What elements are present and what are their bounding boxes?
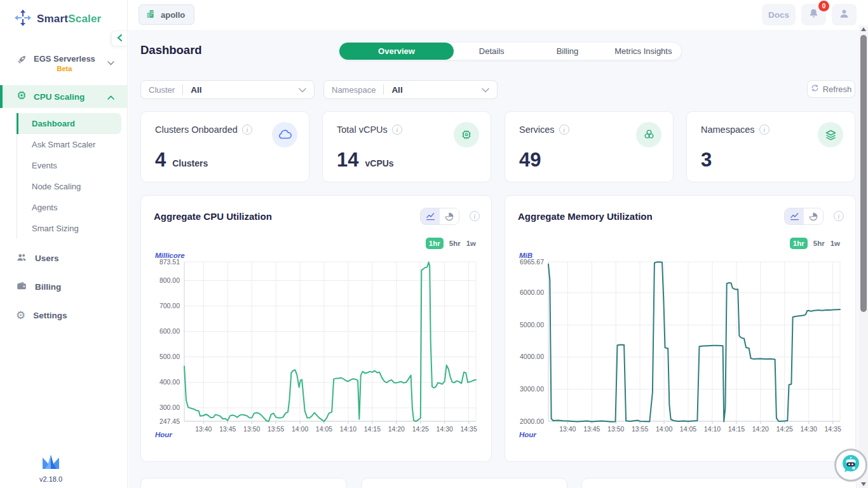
tab-overview[interactable]: Overview bbox=[339, 43, 454, 60]
svg-text:500.00: 500.00 bbox=[159, 353, 180, 360]
scroll-down-arrow[interactable] bbox=[861, 482, 866, 486]
svg-text:13:40: 13:40 bbox=[559, 425, 576, 433]
svg-text:13:40: 13:40 bbox=[195, 425, 212, 433]
svg-text:14:00: 14:00 bbox=[656, 425, 672, 433]
svg-text:14:30: 14:30 bbox=[801, 425, 817, 433]
vertical-scrollbar[interactable] bbox=[859, 25, 868, 488]
stat-value: 14 bbox=[337, 149, 358, 172]
refresh-button[interactable]: Refresh bbox=[807, 80, 855, 98]
chip-icon bbox=[16, 90, 27, 104]
svg-text:4000.00: 4000.00 bbox=[520, 353, 544, 360]
profile-button[interactable] bbox=[832, 4, 857, 25]
namespace-filter-value: All bbox=[391, 85, 402, 95]
sidebar-item-dashboard[interactable]: Dashboard bbox=[17, 113, 121, 134]
stat-title: Services bbox=[519, 125, 555, 135]
bottom-card bbox=[140, 478, 347, 488]
svg-text:13:55: 13:55 bbox=[632, 425, 648, 433]
scroll-up-arrow[interactable] bbox=[861, 27, 866, 31]
info-icon[interactable]: i bbox=[242, 125, 252, 135]
tab-details[interactable]: Details bbox=[454, 43, 529, 60]
chatbot-button[interactable] bbox=[834, 449, 867, 482]
app-window: SmartScaler EGS Serverless Beta bbox=[0, 0, 868, 488]
cloud-icon bbox=[272, 122, 297, 147]
svg-text:14:15: 14:15 bbox=[728, 425, 745, 433]
svg-text:Millicore: Millicore bbox=[155, 252, 185, 259]
cluster-filter-value: All bbox=[191, 85, 201, 95]
pie-chart-toggle-button[interactable] bbox=[440, 208, 459, 224]
info-icon[interactable]: i bbox=[470, 211, 480, 221]
sidebar-item-label: Billing bbox=[35, 282, 61, 292]
info-icon[interactable]: i bbox=[559, 125, 569, 135]
bottom-card bbox=[581, 478, 857, 488]
info-icon[interactable]: i bbox=[759, 125, 770, 135]
range-1hr[interactable]: 1hr bbox=[426, 238, 444, 249]
sidebar-item-agents[interactable]: Agents bbox=[17, 197, 127, 218]
sidebar-item-events[interactable]: Events bbox=[17, 155, 127, 176]
svg-text:14:05: 14:05 bbox=[680, 425, 696, 433]
range-1w[interactable]: 1w bbox=[466, 240, 476, 247]
stat-value: 49 bbox=[519, 149, 541, 172]
info-icon[interactable]: i bbox=[834, 211, 844, 221]
svg-text:13:55: 13:55 bbox=[268, 425, 284, 433]
chevron-down-icon bbox=[299, 84, 306, 95]
line-chart-toggle-button[interactable] bbox=[421, 208, 440, 224]
services-icon bbox=[636, 122, 661, 147]
namespace-filter-dropdown[interactable]: Namespace All bbox=[323, 80, 498, 99]
range-1hr[interactable]: 1hr bbox=[790, 238, 808, 249]
sidebar-item-users[interactable]: Users bbox=[0, 248, 127, 268]
svg-text:14:25: 14:25 bbox=[776, 425, 793, 433]
tab-metrics-insights[interactable]: Metrics Insights bbox=[606, 43, 681, 60]
sidebar-item-cpu-scaling[interactable]: CPU Scaling bbox=[0, 85, 127, 108]
stat-title: Clusters Onboarded bbox=[155, 125, 238, 135]
users-icon bbox=[16, 252, 27, 265]
svg-text:14:35: 14:35 bbox=[460, 425, 477, 433]
sidebar-item-node-scaling[interactable]: Node Scaling bbox=[17, 176, 127, 197]
refresh-icon bbox=[811, 84, 819, 94]
svg-text:14:20: 14:20 bbox=[388, 425, 405, 433]
dashboard-tabs: Overview Details Billing Metrics Insight… bbox=[339, 42, 682, 60]
svg-text:400.00: 400.00 bbox=[159, 378, 180, 386]
notification-badge: 0 bbox=[818, 1, 829, 11]
pie-chart-toggle-button[interactable] bbox=[804, 208, 823, 224]
scrollbar-thumb[interactable] bbox=[860, 35, 867, 312]
svg-text:14:00: 14:00 bbox=[292, 425, 308, 433]
org-selector-button[interactable]: apollo bbox=[139, 4, 194, 25]
svg-text:13:45: 13:45 bbox=[219, 425, 236, 433]
main-content: Dashboard Overview Details Billing Metri… bbox=[128, 30, 859, 488]
project-name: EGS Serverless bbox=[34, 54, 95, 64]
line-chart-toggle-button[interactable] bbox=[785, 208, 804, 224]
divider bbox=[383, 85, 384, 95]
brand-name: SmartScaler bbox=[37, 13, 101, 25]
range-5hr[interactable]: 5hr bbox=[449, 240, 461, 247]
range-5hr[interactable]: 5hr bbox=[813, 240, 825, 247]
divider bbox=[182, 85, 183, 95]
svg-text:600.00: 600.00 bbox=[159, 327, 180, 335]
svg-text:5000.00: 5000.00 bbox=[520, 321, 544, 329]
sidebar-item-settings[interactable]: ⚙ Settings bbox=[0, 306, 127, 325]
docs-button[interactable]: Docs bbox=[762, 4, 796, 25]
services-card: Services i 49 bbox=[505, 111, 674, 182]
brand-logo: SmartScaler bbox=[0, 0, 127, 30]
cluster-filter-label: Cluster bbox=[149, 85, 175, 95]
sidebar-item-egs-serverless[interactable]: EGS Serverless Beta bbox=[0, 30, 127, 72]
info-icon[interactable]: i bbox=[392, 125, 402, 135]
cpu-scaling-subnav: Dashboard Ask Smart Scaler Events Node S… bbox=[17, 113, 127, 239]
gear-icon: ⚙ bbox=[16, 309, 25, 321]
stat-value: 4 bbox=[155, 149, 166, 172]
svg-text:13:50: 13:50 bbox=[607, 425, 624, 433]
sidebar-item-billing[interactable]: Billing bbox=[0, 277, 127, 296]
chevron-down-icon bbox=[482, 84, 489, 95]
svg-text:14:10: 14:10 bbox=[704, 425, 721, 433]
refresh-label: Refresh bbox=[823, 85, 852, 94]
sidebar-item-ask-smart-scaler[interactable]: Ask Smart Scaler bbox=[17, 134, 127, 155]
layers-icon bbox=[818, 122, 843, 147]
smartscaler-logo-icon bbox=[14, 9, 32, 29]
notifications-button[interactable]: 0 bbox=[801, 4, 826, 25]
sidebar-item-smart-sizing[interactable]: Smart Sizing bbox=[17, 218, 127, 239]
sidebar-item-label: Settings bbox=[33, 311, 67, 320]
range-1w[interactable]: 1w bbox=[831, 240, 840, 247]
stat-title: Namespaces bbox=[701, 125, 755, 135]
cluster-filter-dropdown[interactable]: Cluster All bbox=[140, 80, 315, 99]
tab-billing[interactable]: Billing bbox=[529, 43, 605, 60]
topbar: apollo Docs 0 bbox=[128, 0, 868, 30]
